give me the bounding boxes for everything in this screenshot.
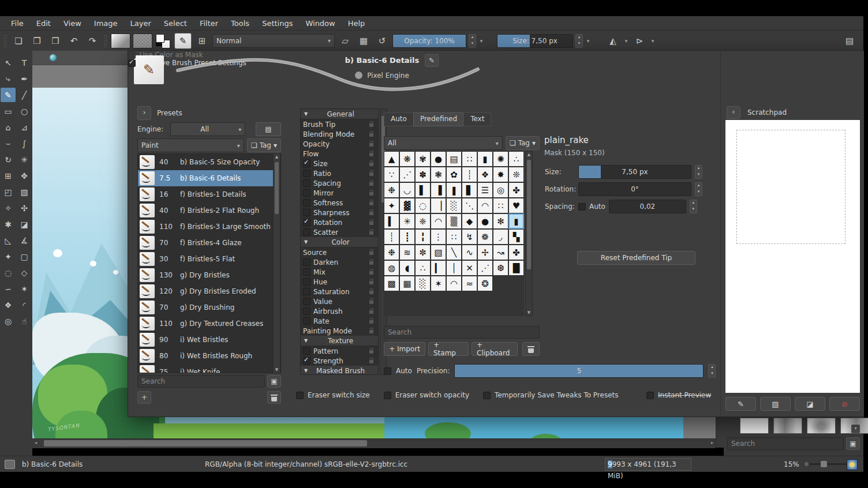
fill-tool[interactable]: ◪ xyxy=(17,217,32,231)
rect-select-tool[interactable]: ▢ xyxy=(17,249,32,264)
toolbar-drag-handle[interactable] xyxy=(104,35,107,47)
option-section-general[interactable]: ▼General xyxy=(301,109,378,119)
pattern-chooser[interactable] xyxy=(133,33,152,48)
preset-view-mode-button[interactable]: ▤ xyxy=(256,122,281,136)
spacing-auto-checkbox[interactable] xyxy=(578,203,586,211)
brush-tip-cell[interactable]: ◌ xyxy=(415,198,431,213)
option-checkbox[interactable] xyxy=(303,258,310,266)
brush-tip-cell[interactable]: ❁ xyxy=(477,229,493,245)
brush-tip-cell[interactable]: ▋ xyxy=(462,182,477,198)
brush-tip-cell[interactable]: ∴ xyxy=(415,260,431,276)
brush-tip-cell[interactable]: ✸ xyxy=(493,167,508,182)
similar-color-select-tool[interactable]: ❖ xyxy=(1,298,16,312)
clipboard-tip-button[interactable]: + Clipboard xyxy=(472,342,518,356)
option-hue[interactable]: Hue xyxy=(301,277,378,287)
color-sampler-tool[interactable]: ✧ xyxy=(1,201,16,215)
scrollbar-thumb[interactable] xyxy=(527,160,531,269)
option-source[interactable]: Source xyxy=(301,247,378,257)
scroll-down-icon[interactable]: ▼ xyxy=(526,310,532,315)
brush-tip-cell[interactable]: ▚ xyxy=(508,229,524,245)
mirror-horizontal-button[interactable]: ◭ xyxy=(605,33,621,48)
option-checkbox[interactable] xyxy=(303,219,310,226)
option-opacity[interactable]: Opacity xyxy=(301,139,378,149)
mirror-vertical-button[interactable]: ⊳ xyxy=(631,33,648,48)
instant-preview-checkbox[interactable] xyxy=(646,392,654,399)
brush-tip-cell[interactable]: ❋ xyxy=(399,151,415,167)
add-resource-button[interactable]: + xyxy=(137,391,151,404)
brush-tip-cell[interactable]: ◠ xyxy=(431,213,446,229)
option-checkbox[interactable] xyxy=(303,268,310,276)
preset-item[interactable]: 110f) Bristles-3 Large Smooth xyxy=(138,219,280,235)
multibrush-tool[interactable]: ✳ xyxy=(17,152,32,167)
brush-tip-cell[interactable]: ✼ xyxy=(415,245,431,260)
brush-tip-cell[interactable]: ↝ xyxy=(493,245,508,260)
eraser-switch-opacity-checkbox[interactable] xyxy=(384,392,391,399)
brush-tip-cell[interactable]: ✳ xyxy=(399,213,415,229)
opacity-slider[interactable]: Opacity: 100% xyxy=(392,34,466,48)
scratchpad-fill-icon[interactable]: ◪ xyxy=(795,397,825,411)
brush-tip-cell[interactable]: ▮ xyxy=(477,151,493,167)
brush-tip-cell[interactable]: ❆ xyxy=(493,260,508,276)
menu-item-filter[interactable]: Filter xyxy=(193,19,225,28)
preset-item[interactable]: 110g) Dry Textured Creases xyxy=(138,316,280,332)
brush-tip-cell[interactable]: │ xyxy=(446,260,462,276)
text-tool[interactable]: T xyxy=(17,55,32,70)
preset-category-dropdown[interactable]: Paint ▾ xyxy=(137,138,244,152)
option-ratio[interactable]: Ratio xyxy=(301,168,378,178)
option-checkbox[interactable] xyxy=(303,160,310,167)
gradient-chooser[interactable] xyxy=(111,33,130,48)
spin-up-icon[interactable]: ▴ xyxy=(695,183,702,189)
preset-item[interactable]: 40f) Bristles-2 Flat Rough xyxy=(138,202,280,219)
scrollbar-thumb[interactable] xyxy=(275,162,279,214)
option-pattern[interactable]: Pattern xyxy=(301,346,378,356)
brush-tip-cell[interactable]: ⋰ xyxy=(399,167,415,182)
tip-filter-dropdown[interactable]: All ▾ xyxy=(384,136,503,150)
preset-tag-button[interactable]: ❏ Tag ▾ xyxy=(247,138,281,152)
preset-thumbnail[interactable] xyxy=(773,418,802,434)
tip-rotation-slider[interactable]: 0° xyxy=(578,182,691,196)
brush-tip-cell[interactable]: ● xyxy=(477,213,493,229)
brush-tip-cell[interactable]: ✺ xyxy=(493,151,508,167)
brush-tip-cell[interactable]: ▧ xyxy=(431,245,446,260)
scroll-down-icon[interactable]: ▾ xyxy=(851,425,860,433)
statusbar-image-dimensions[interactable]: 9993 x 4961 (191,3 MiB) xyxy=(605,458,691,471)
brush-tip-cell[interactable]: ▓ xyxy=(399,198,415,213)
preset-item[interactable]: 40b) Basic-5 Size Opacity xyxy=(138,154,280,170)
brush-tip-cell[interactable]: ⋱ xyxy=(462,198,477,213)
delete-tip-button[interactable] xyxy=(522,342,540,356)
brush-tip-cell[interactable]: ◆ xyxy=(462,213,477,229)
option-checkbox[interactable] xyxy=(303,307,310,315)
preset-item[interactable]: 30f) Bristles-5 Flat xyxy=(138,251,280,267)
brush-tip-cell[interactable]: ◍ xyxy=(384,260,399,276)
crop-tool[interactable]: ◰ xyxy=(1,185,16,199)
preset-item[interactable]: 7.5b) Basic-6 Details xyxy=(138,170,280,186)
spin-down-icon[interactable]: ▾ xyxy=(709,371,715,377)
option-checkbox[interactable] xyxy=(303,357,310,365)
brush-tip-cell[interactable]: ✾ xyxy=(415,151,431,167)
option-size[interactable]: Size xyxy=(301,159,378,168)
tip-tag-button[interactable]: ❏ Tag ▾ xyxy=(506,136,540,150)
brush-tip-cell[interactable]: ✽ xyxy=(415,167,431,182)
scratchpad-gradient-icon[interactable]: ▨ xyxy=(760,397,791,411)
brush-tip-cell[interactable]: ❃ xyxy=(431,167,446,182)
bezier-select-tool[interactable]: ◜ xyxy=(17,298,32,312)
brush-tip-cell[interactable]: ▎ xyxy=(431,260,446,276)
brush-tip-cell[interactable]: ▩ xyxy=(384,276,399,291)
line-tool[interactable]: ╱ xyxy=(17,88,32,102)
calligraphy-tool[interactable]: ✒ xyxy=(17,72,32,86)
toolbar-drag-handle[interactable] xyxy=(3,35,7,47)
option-rotation[interactable]: Rotation xyxy=(301,217,378,227)
menu-item-tools[interactable]: Tools xyxy=(225,19,256,28)
pan-tool[interactable]: ☝ xyxy=(17,314,32,328)
size-spinner[interactable]: ▴▾ xyxy=(575,34,583,48)
spin-down-icon[interactable]: ▾ xyxy=(695,172,702,178)
option-checkbox[interactable] xyxy=(303,179,310,187)
foreground-color-swatch[interactable] xyxy=(156,34,164,43)
preserve-settings-checkbox[interactable] xyxy=(128,59,136,67)
reload-preset-button[interactable]: ↺ xyxy=(374,33,390,48)
tip-grid-scrollbar[interactable]: ▲ ▼ xyxy=(525,151,533,316)
freehand-select-tool[interactable]: ∽ xyxy=(1,281,16,296)
spin-up-icon[interactable]: ▴ xyxy=(690,200,697,207)
reference-images-tool[interactable]: ✦ xyxy=(1,249,16,264)
save-search-icon[interactable]: ▣ xyxy=(846,437,860,450)
